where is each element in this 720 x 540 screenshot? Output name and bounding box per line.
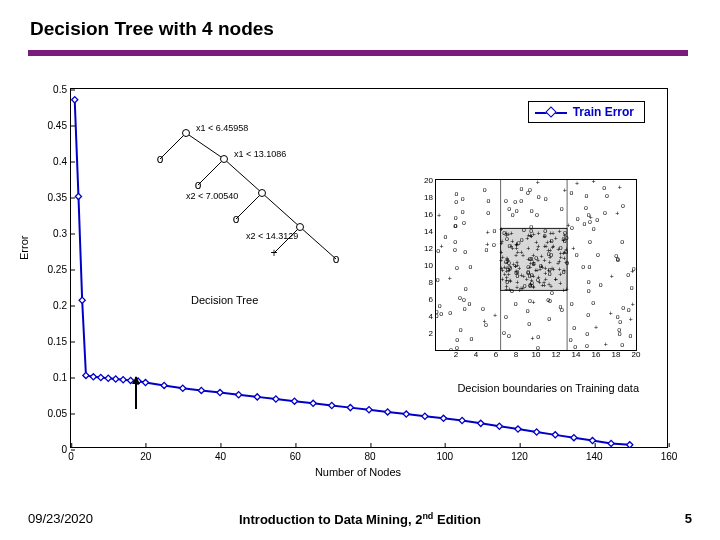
svg-text:+: + xyxy=(566,222,570,229)
svg-text:+: + xyxy=(448,275,452,282)
svg-text:+: + xyxy=(508,267,512,274)
svg-text:o: o xyxy=(595,216,599,223)
scatter-y-tick: 6 xyxy=(429,295,436,304)
svg-text:+: + xyxy=(519,272,523,279)
svg-text:o: o xyxy=(586,311,590,318)
svg-text:+: + xyxy=(536,180,540,186)
svg-text:+: + xyxy=(631,302,635,309)
svg-text:+: + xyxy=(534,239,538,246)
svg-text:+: + xyxy=(552,266,556,273)
svg-text:o: o xyxy=(493,227,497,234)
svg-text:o: o xyxy=(526,189,530,196)
svg-text:o: o xyxy=(468,300,472,307)
tree-leaf: o xyxy=(233,212,240,226)
svg-text:+: + xyxy=(518,287,522,294)
svg-line-41 xyxy=(224,159,262,193)
svg-text:o: o xyxy=(462,219,466,226)
svg-text:o: o xyxy=(522,226,526,233)
svg-text:o: o xyxy=(438,302,442,309)
svg-rect-34 xyxy=(571,435,577,441)
svg-text:o: o xyxy=(560,205,564,212)
x-tick: 160 xyxy=(661,447,678,462)
svg-rect-5 xyxy=(98,374,104,380)
svg-text:o: o xyxy=(462,296,466,303)
svg-text:o: o xyxy=(599,281,603,288)
four-nodes-arrow xyxy=(135,377,137,409)
svg-text:o: o xyxy=(486,209,490,216)
svg-text:o: o xyxy=(573,343,577,350)
scatter-frame: +++o+++oo+++++++o++++o++oo+++o+o+o++++++… xyxy=(435,179,637,351)
scatter-y-tick: 12 xyxy=(424,244,436,253)
svg-text:o: o xyxy=(504,258,508,265)
svg-text:o: o xyxy=(621,305,625,312)
svg-rect-32 xyxy=(534,429,540,435)
svg-text:+: + xyxy=(562,287,566,294)
svg-text:o: o xyxy=(562,268,566,275)
svg-rect-0 xyxy=(72,97,78,103)
svg-text:o: o xyxy=(449,346,453,350)
svg-text:o: o xyxy=(549,251,553,258)
svg-line-40 xyxy=(198,159,224,185)
svg-text:o: o xyxy=(469,263,473,270)
tree-leaf: o xyxy=(333,252,340,266)
svg-rect-21 xyxy=(329,402,335,408)
svg-line-38 xyxy=(160,133,186,159)
svg-text:o: o xyxy=(439,310,443,317)
svg-text:+: + xyxy=(557,228,561,235)
svg-text:o: o xyxy=(629,332,633,339)
svg-text:+: + xyxy=(486,229,490,236)
svg-text:o: o xyxy=(516,268,520,275)
tree-split-label: x2 < 7.00540 xyxy=(186,191,238,201)
svg-text:o: o xyxy=(576,215,580,222)
tree-leaf: + xyxy=(270,246,277,260)
svg-rect-17 xyxy=(254,394,260,400)
svg-text:+: + xyxy=(547,267,551,274)
y-tick: 0.35 xyxy=(48,192,71,203)
svg-text:o: o xyxy=(616,255,620,262)
svg-text:o: o xyxy=(561,235,565,242)
svg-text:o: o xyxy=(454,198,458,205)
svg-text:o: o xyxy=(507,205,511,212)
svg-rect-11 xyxy=(142,379,148,385)
x-tick: 60 xyxy=(290,447,301,462)
svg-text:o: o xyxy=(536,276,540,283)
svg-text:o: o xyxy=(581,263,585,270)
svg-text:o: o xyxy=(569,336,573,343)
svg-text:o: o xyxy=(515,207,519,214)
tree-node xyxy=(296,223,304,231)
svg-text:o: o xyxy=(530,207,534,214)
svg-text:+: + xyxy=(549,230,553,237)
svg-text:+: + xyxy=(499,249,503,256)
svg-text:o: o xyxy=(454,222,458,229)
svg-text:o: o xyxy=(513,198,517,205)
svg-text:o: o xyxy=(596,251,600,258)
svg-rect-37 xyxy=(627,442,633,447)
svg-text:o: o xyxy=(630,284,634,291)
scatter-x-tick: 14 xyxy=(572,350,581,359)
scatter-x-tick: 12 xyxy=(552,350,561,359)
svg-text:o: o xyxy=(585,342,589,349)
svg-text:o: o xyxy=(591,299,595,306)
svg-text:o: o xyxy=(526,307,530,314)
svg-rect-25 xyxy=(403,411,409,417)
svg-text:o: o xyxy=(505,278,509,285)
footer-title: Introduction to Data Mining, 2nd Edition xyxy=(0,511,720,527)
svg-text:o: o xyxy=(519,197,523,204)
svg-text:o: o xyxy=(544,195,548,202)
svg-text:o: o xyxy=(543,232,547,239)
y-tick: 0.25 xyxy=(48,264,71,275)
svg-text:o: o xyxy=(485,246,489,253)
svg-text:o: o xyxy=(620,341,624,348)
scatter-y-tick: 8 xyxy=(429,278,436,287)
svg-text:o: o xyxy=(603,209,607,216)
svg-rect-4 xyxy=(90,374,96,380)
scatter-y-tick: 4 xyxy=(429,312,436,321)
y-tick: 0.2 xyxy=(53,300,71,311)
svg-text:o: o xyxy=(492,241,496,248)
tree-leaf: o xyxy=(195,178,202,192)
scatter-x-tick: 18 xyxy=(612,350,621,359)
svg-text:o: o xyxy=(464,285,468,292)
scatter-x-tick: 16 xyxy=(592,350,601,359)
svg-text:o: o xyxy=(514,300,518,307)
svg-text:+: + xyxy=(630,268,634,275)
